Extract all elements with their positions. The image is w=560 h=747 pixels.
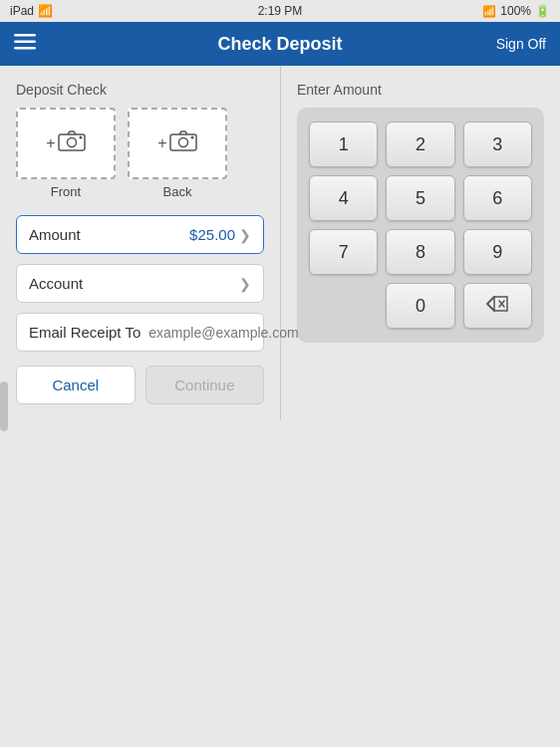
- battery-label: 100%: [500, 4, 531, 18]
- drag-handle[interactable]: [0, 381, 8, 431]
- numpad-2[interactable]: 2: [386, 122, 454, 167]
- app-header: Check Deposit Sign Off: [0, 22, 560, 66]
- continue-button: Continue: [145, 366, 265, 404]
- email-row: Email Receipt To: [16, 313, 264, 352]
- numpad-container: 1 2 3 4 5 6 7 8 9 0: [297, 108, 544, 343]
- amount-chevron-icon: ❯: [239, 227, 251, 243]
- backspace-icon: [486, 296, 508, 316]
- back-photo-button[interactable]: +: [128, 108, 227, 179]
- menu-button[interactable]: [14, 34, 36, 55]
- amount-field[interactable]: Amount $25.00 ❯: [16, 215, 264, 254]
- numpad-4[interactable]: 4: [309, 175, 378, 221]
- svg-point-5: [79, 136, 82, 139]
- button-row: Cancel Continue: [16, 366, 264, 404]
- front-label: Front: [51, 184, 81, 199]
- back-plus-icon: +: [157, 134, 166, 152]
- svg-rect-1: [14, 40, 36, 43]
- numpad-1[interactable]: 1: [309, 122, 378, 167]
- front-camera-icon: [58, 129, 86, 157]
- numpad-9[interactable]: 9: [463, 229, 532, 275]
- email-input[interactable]: [148, 325, 323, 341]
- back-camera-icon: [169, 129, 197, 157]
- numpad-0[interactable]: 0: [386, 283, 454, 329]
- svg-rect-2: [14, 47, 36, 50]
- numpad-8[interactable]: 8: [386, 229, 454, 275]
- numpad-7[interactable]: 7: [309, 229, 378, 275]
- back-photo-wrapper: + Back: [128, 108, 227, 199]
- status-bar: iPad 📶 2:19 PM 📶 100% 🔋: [0, 0, 560, 22]
- device-label: iPad: [10, 4, 34, 18]
- numpad-3[interactable]: 3: [463, 122, 532, 167]
- numpad-backspace[interactable]: [463, 283, 532, 329]
- left-panel-wrapper: Deposit Check +: [0, 66, 281, 747]
- bluetooth-icon: 📶: [482, 5, 496, 18]
- back-label: Back: [163, 184, 192, 199]
- battery-icon: 🔋: [535, 4, 550, 18]
- amount-value: $25.00: [189, 226, 235, 243]
- deposit-check-label: Deposit Check: [16, 82, 264, 98]
- amount-label: Amount: [29, 226, 81, 243]
- account-field[interactable]: Account ❯: [16, 264, 264, 303]
- svg-point-8: [190, 136, 193, 139]
- left-panel: Deposit Check +: [0, 66, 281, 420]
- account-chevron-icon: ❯: [239, 276, 251, 292]
- numpad-grid: 1 2 3 4 5 6 7 8 9 0: [309, 122, 532, 329]
- account-label: Account: [29, 275, 83, 292]
- wifi-icon: 📶: [38, 4, 53, 18]
- main-content: Deposit Check +: [0, 66, 560, 747]
- numpad-5[interactable]: 5: [386, 175, 454, 221]
- signoff-button[interactable]: Sign Off: [496, 36, 546, 52]
- right-panel: Enter Amount 1 2 3 4 5 6 7 8 9 0: [281, 66, 560, 747]
- page-title: Check Deposit: [217, 34, 342, 55]
- front-plus-icon: +: [46, 134, 55, 152]
- status-right: 📶 100% 🔋: [482, 4, 550, 18]
- front-photo-wrapper: + Front: [16, 108, 116, 199]
- email-receipt-label: Email Receipt To: [29, 324, 140, 341]
- svg-point-4: [67, 138, 76, 147]
- enter-amount-label: Enter Amount: [297, 82, 544, 98]
- time-label: 2:19 PM: [258, 4, 303, 18]
- numpad-empty: [309, 283, 378, 329]
- front-photo-button[interactable]: +: [16, 108, 116, 179]
- numpad-6[interactable]: 6: [463, 175, 532, 221]
- status-left: iPad 📶: [10, 4, 53, 18]
- svg-point-7: [178, 138, 187, 147]
- cancel-button[interactable]: Cancel: [16, 366, 136, 404]
- photo-row: + Front +: [16, 108, 264, 199]
- svg-rect-0: [14, 34, 36, 37]
